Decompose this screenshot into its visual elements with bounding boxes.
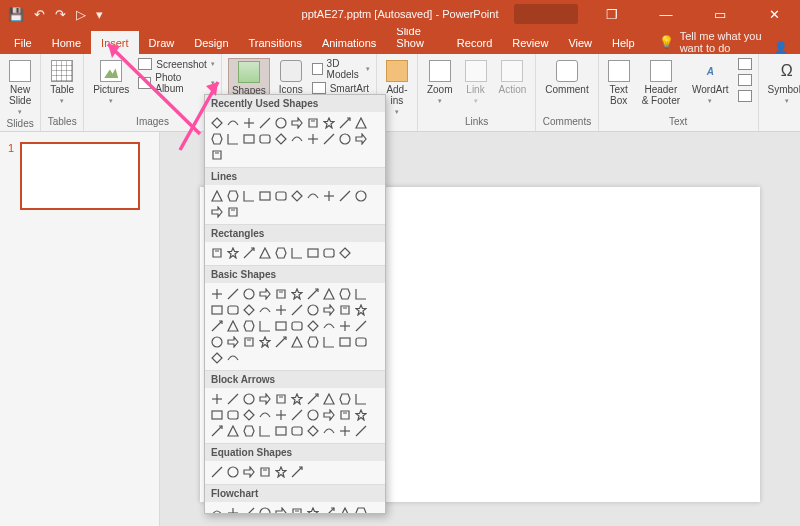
shape-glyph[interactable]: [226, 408, 240, 422]
tab-design[interactable]: Design: [184, 31, 238, 54]
shape-glyph[interactable]: [322, 506, 336, 514]
shape-glyph[interactable]: [242, 319, 256, 333]
shape-glyph[interactable]: [226, 335, 240, 349]
shape-glyph[interactable]: [274, 335, 288, 349]
shape-glyph[interactable]: [306, 303, 320, 317]
shape-glyph[interactable]: [210, 116, 224, 130]
shape-glyph[interactable]: [258, 303, 272, 317]
shape-glyph[interactable]: [338, 246, 352, 260]
shape-glyph[interactable]: [290, 189, 304, 203]
tab-file[interactable]: File: [4, 31, 42, 54]
tab-view[interactable]: View: [558, 31, 602, 54]
wordart-button[interactable]: AWordArt▾: [689, 58, 732, 107]
shape-glyph[interactable]: [210, 465, 224, 479]
shape-glyph[interactable]: [354, 116, 368, 130]
shape-glyph[interactable]: [258, 424, 272, 438]
shape-glyph[interactable]: [258, 319, 272, 333]
shape-glyph[interactable]: [274, 424, 288, 438]
shape-glyph[interactable]: [274, 246, 288, 260]
shape-glyph[interactable]: [258, 392, 272, 406]
share-button[interactable]: 👤: [774, 41, 800, 54]
shape-glyph[interactable]: [354, 506, 368, 514]
slide-thumbnail[interactable]: [20, 142, 140, 210]
shape-glyph[interactable]: [242, 392, 256, 406]
shape-glyph[interactable]: [354, 189, 368, 203]
shape-glyph[interactable]: [242, 132, 256, 146]
shape-glyph[interactable]: [354, 303, 368, 317]
shape-glyph[interactable]: [242, 287, 256, 301]
undo-icon[interactable]: ↶: [34, 7, 45, 22]
shape-glyph[interactable]: [306, 392, 320, 406]
shape-glyph[interactable]: [242, 189, 256, 203]
icons-button[interactable]: Icons: [276, 58, 306, 97]
shape-glyph[interactable]: [290, 319, 304, 333]
tab-animations[interactable]: Animations: [312, 31, 386, 54]
shape-glyph[interactable]: [322, 287, 336, 301]
shape-glyph[interactable]: [338, 335, 352, 349]
redo-icon[interactable]: ↷: [55, 7, 66, 22]
shape-glyph[interactable]: [210, 246, 224, 260]
shape-glyph[interactable]: [226, 465, 240, 479]
tab-home[interactable]: Home: [42, 31, 91, 54]
shape-glyph[interactable]: [338, 116, 352, 130]
shape-glyph[interactable]: [306, 335, 320, 349]
shape-glyph[interactable]: [226, 287, 240, 301]
zoom-button[interactable]: Zoom▾: [424, 58, 456, 107]
shape-glyph[interactable]: [274, 465, 288, 479]
shape-glyph[interactable]: [338, 132, 352, 146]
shape-glyph[interactable]: [226, 506, 240, 514]
tab-review[interactable]: Review: [502, 31, 558, 54]
shape-glyph[interactable]: [226, 319, 240, 333]
action-button[interactable]: Action: [496, 58, 530, 97]
user-account[interactable]: [514, 4, 578, 24]
shape-glyph[interactable]: [226, 132, 240, 146]
shape-glyph[interactable]: [274, 303, 288, 317]
shape-glyph[interactable]: [274, 319, 288, 333]
textbox-button[interactable]: Text Box: [605, 58, 633, 108]
shape-glyph[interactable]: [322, 408, 336, 422]
shape-glyph[interactable]: [306, 287, 320, 301]
shape-glyph[interactable]: [290, 132, 304, 146]
shape-glyph[interactable]: [210, 392, 224, 406]
header-footer-button[interactable]: Header & Footer: [639, 58, 683, 108]
shape-glyph[interactable]: [258, 287, 272, 301]
start-slideshow-icon[interactable]: ▷: [76, 7, 86, 22]
tell-me-search[interactable]: 💡 Tell me what you want to do: [659, 30, 774, 54]
shape-glyph[interactable]: [210, 351, 224, 365]
shape-glyph[interactable]: [306, 506, 320, 514]
shape-glyph[interactable]: [210, 424, 224, 438]
shape-glyph[interactable]: [290, 335, 304, 349]
shape-glyph[interactable]: [226, 116, 240, 130]
shape-glyph[interactable]: [338, 424, 352, 438]
shape-glyph[interactable]: [338, 392, 352, 406]
shape-glyph[interactable]: [290, 116, 304, 130]
comment-button[interactable]: Comment: [542, 58, 591, 97]
shape-glyph[interactable]: [306, 408, 320, 422]
shape-glyph[interactable]: [210, 189, 224, 203]
shape-glyph[interactable]: [290, 287, 304, 301]
shape-glyph[interactable]: [338, 287, 352, 301]
addins-button[interactable]: Add- ins ▾: [383, 58, 411, 118]
tab-insert[interactable]: Insert: [91, 31, 139, 54]
shape-glyph[interactable]: [258, 408, 272, 422]
shape-glyph[interactable]: [306, 116, 320, 130]
shape-glyph[interactable]: [338, 506, 352, 514]
tab-transitions[interactable]: Transitions: [239, 31, 312, 54]
shape-glyph[interactable]: [274, 506, 288, 514]
shape-glyph[interactable]: [242, 506, 256, 514]
shape-glyph[interactable]: [274, 392, 288, 406]
3d-models-button[interactable]: 3D Models ▾: [312, 58, 370, 80]
close-button[interactable]: ✕: [754, 7, 794, 22]
shape-glyph[interactable]: [274, 189, 288, 203]
shape-glyph[interactable]: [242, 246, 256, 260]
shape-glyph[interactable]: [306, 132, 320, 146]
shape-glyph[interactable]: [258, 189, 272, 203]
link-button[interactable]: Link▾: [462, 58, 490, 107]
shape-glyph[interactable]: [322, 116, 336, 130]
shape-glyph[interactable]: [338, 189, 352, 203]
shape-glyph[interactable]: [210, 148, 224, 162]
shape-glyph[interactable]: [306, 189, 320, 203]
shape-glyph[interactable]: [290, 408, 304, 422]
table-button[interactable]: Table ▾: [47, 58, 77, 107]
shape-glyph[interactable]: [306, 246, 320, 260]
